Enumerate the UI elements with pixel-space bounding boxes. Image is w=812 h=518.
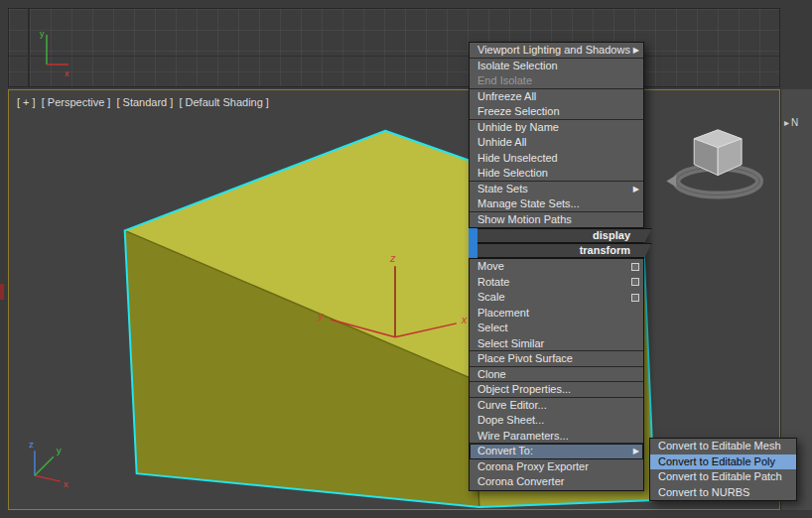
menu-item-label: Convert to Editable Poly [658, 455, 775, 467]
menu-item-label: Hide Selection [477, 167, 548, 179]
submenu-arrow-icon: ▶ [633, 43, 639, 59]
menu-item-select-similar[interactable]: Select Similar [470, 336, 643, 352]
tripod-label-x: x [64, 478, 68, 489]
menu-item-label: Corona Converter [477, 475, 564, 487]
menu-item-isolate-selection[interactable]: Isolate Selection [470, 59, 643, 74]
menu-item-rotate[interactable]: Rotate [470, 275, 643, 291]
settings-box-icon[interactable] [631, 278, 639, 286]
world-axis-tripod-icon: z x y [29, 439, 68, 489]
menu-item-scale[interactable]: Scale [470, 290, 643, 306]
menu-item-label: Unhide by Name [477, 121, 559, 133]
tripod-label-z: z [29, 439, 34, 450]
menu-item-label: Select Similar [477, 337, 544, 349]
viewport-top[interactable]: y x [8, 8, 780, 87]
menu-item-unfreeze-all[interactable]: Unfreeze All [470, 89, 643, 105]
menu-item-label: Freeze Selection [477, 105, 560, 117]
menu-item-freeze-selection[interactable]: Freeze Selection [470, 104, 643, 120]
quad-header-transform[interactable]: transform [469, 243, 644, 258]
menu-item-state-sets[interactable]: State Sets▶ [470, 182, 643, 197]
viewcube[interactable] [666, 130, 759, 195]
menu-item-placement[interactable]: Placement [470, 306, 643, 322]
menu-item-end-isolate: End Isolate [470, 73, 643, 89]
quad-header-label: display [593, 228, 630, 243]
menu-item-label: Convert to Editable Patch [658, 470, 782, 482]
axis-label-y: y [40, 29, 45, 39]
menu-item-unhide-all[interactable]: Unhide All [470, 135, 643, 151]
menu-item-label: Object Properties... [477, 383, 571, 395]
menu-item-label: Move [477, 260, 504, 272]
menu-item-corona-proxy-exporter[interactable]: Corona Proxy Exporter [470, 459, 643, 475]
menu-item-convert-to-editable-patch[interactable]: Convert to Editable Patch [650, 469, 796, 485]
menu-item-label: Place Pivot Surface [477, 352, 573, 364]
menu-item-curve-editor[interactable]: Curve Editor... [470, 398, 643, 414]
convert-to-submenu: Convert to Editable MeshConvert to Edita… [649, 438, 797, 501]
menu-item-label: Placement [477, 307, 529, 319]
menu-item-label: Rotate [477, 276, 509, 288]
menu-item-label: Convert to NURBS [658, 486, 749, 498]
menu-item-label: Show Motion Paths [477, 213, 572, 225]
menu-item-place-pivot-surface[interactable]: Place Pivot Surface [470, 351, 643, 367]
rollout-arrow-icon: ▸ [784, 117, 789, 128]
menu-item-label: Curve Editor... [477, 399, 547, 411]
tripod-label-y: y [57, 445, 62, 455]
menu-item-label: Wire Parameters... [477, 430, 569, 442]
viewport-menu-shading[interactable]: [ Default Shading ] [179, 96, 269, 108]
quad-transform-section: MoveRotateScalePlacementSelectSelect Sim… [469, 258, 644, 491]
top-view-axis-icon: y x [23, 21, 72, 80]
quad-header-display[interactable]: display [469, 228, 644, 243]
menu-item-unhide-by-name[interactable]: Unhide by Name [470, 120, 643, 136]
menu-item-show-motion-paths[interactable]: Show Motion Paths [470, 212, 643, 228]
menu-item-label: Unhide All [477, 136, 527, 148]
menu-item-convert-to[interactable]: Convert To:▶ [470, 444, 643, 459]
menu-item-label: Unfreeze All [477, 90, 536, 102]
left-edge-marker [0, 284, 4, 300]
grid-major-line-horizontal [9, 56, 779, 57]
menu-item-object-properties[interactable]: Object Properties... [470, 382, 643, 398]
menu-item-move[interactable]: Move [470, 259, 643, 275]
viewport-label-bar: [ + ] [ Perspective ] [ Standard ] [ Def… [17, 96, 272, 108]
menu-item-label: Viewport Lighting and Shadows [477, 44, 630, 56]
quad-menu: Viewport Lighting and Shadows▶Isolate Se… [469, 42, 644, 491]
menu-item-corona-converter[interactable]: Corona Converter [470, 474, 643, 490]
menu-item-label: Convert to Editable Mesh [658, 440, 781, 452]
viewport-menu-pov[interactable]: [ Perspective ] [42, 96, 111, 108]
menu-item-label: End Isolate [477, 74, 532, 86]
quad-header-label: transform [580, 243, 630, 258]
menu-item-label: Select [477, 322, 508, 333]
viewport-menu-general[interactable]: [ + ] [17, 96, 36, 108]
viewport-menu-standard[interactable]: [ Standard ] [116, 96, 173, 108]
menu-item-label: Convert To: [477, 445, 533, 456]
menu-item-convert-to-editable-poly[interactable]: Convert to Editable Poly [650, 454, 796, 470]
submenu-arrow-icon: ▶ [633, 182, 639, 197]
menu-item-clone[interactable]: Clone [470, 367, 643, 383]
menu-item-label: Corona Proxy Exporter [477, 460, 589, 472]
gizmo-label-z: z [389, 252, 396, 264]
menu-item-label: Manage State Sets... [477, 197, 580, 209]
quad-accent-square [469, 243, 477, 258]
menu-item-label: Dope Sheet... [477, 414, 544, 426]
submenu-arrow-icon: ▶ [633, 444, 639, 459]
rollout-header[interactable]: ▸N [784, 117, 798, 128]
rollout-label: N [791, 117, 798, 128]
menu-item-convert-to-editable-mesh[interactable]: Convert to Editable Mesh [650, 439, 796, 454]
quad-accent-square [469, 228, 477, 243]
menu-item-viewport-lighting-and-shadows[interactable]: Viewport Lighting and Shadows▶ [470, 43, 643, 59]
menu-item-hide-selection[interactable]: Hide Selection [470, 166, 643, 182]
application-window: y x z x y [0, 0, 812, 518]
gizmo-label-x: x [461, 314, 468, 325]
menu-item-hide-unselected[interactable]: Hide Unselected [470, 151, 643, 167]
settings-box-icon[interactable] [631, 263, 639, 271]
axis-label-x: x [65, 68, 69, 78]
viewcube-ring-pointer[interactable] [666, 176, 676, 188]
menu-item-label: Clone [477, 368, 506, 380]
menu-item-manage-state-sets[interactable]: Manage State Sets... [470, 196, 643, 212]
settings-box-icon[interactable] [631, 294, 639, 302]
menu-item-label: Hide Unselected [477, 152, 558, 164]
menu-item-convert-to-nurbs[interactable]: Convert to NURBS [650, 485, 796, 501]
quad-display-section: Viewport Lighting and Shadows▶Isolate Se… [469, 42, 644, 228]
menu-item-dope-sheet[interactable]: Dope Sheet... [470, 413, 643, 429]
menu-item-label: Scale [477, 291, 505, 303]
menu-item-wire-parameters[interactable]: Wire Parameters... [470, 429, 643, 445]
menu-item-label: Isolate Selection [477, 60, 558, 71]
menu-item-select[interactable]: Select [470, 321, 643, 336]
